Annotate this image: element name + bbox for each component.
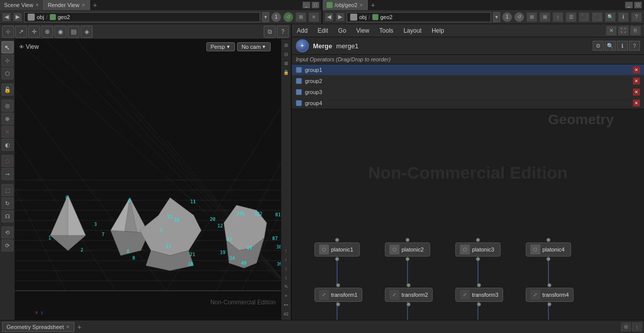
props-info-btn[interactable]: ℹ [617,41,628,51]
bottom-icon1[interactable]: ⊞ [621,322,631,331]
win-max-left[interactable]: □ [311,2,319,9]
lt-e[interactable]: ⊕ [2,113,14,125]
input-row-group3[interactable]: group3 ✕ [292,87,644,98]
input-row-group1[interactable]: group1 ✕ [292,64,644,75]
right-toolbar-btn4[interactable]: ☰ [566,12,577,22]
lt-j[interactable]: ↻ [2,197,14,209]
addr-dropdown-left[interactable]: ▼ [262,12,269,22]
input-delete-group2[interactable]: ✕ [633,77,640,85]
lt-c[interactable]: ⬡ [2,67,14,79]
rt-a[interactable]: ⊞ [282,41,290,49]
node-platonic1[interactable]: ⬡ platonic1 [314,237,360,262]
fwd-btn-left[interactable]: ▶ [13,13,22,22]
right-toolbar-btn5[interactable]: ⬛ [579,12,590,22]
view-toolbar-btn1[interactable]: ⊞ [295,12,306,22]
node-transform3[interactable]: ⤢ transform3 [455,283,503,307]
menu-icon-snap[interactable]: ✕ [606,26,617,36]
bottom-icon2[interactable]: ↕ [632,322,642,331]
tool-snap[interactable]: ↗ [15,26,27,38]
input-row-group2[interactable]: group2 ✕ [292,75,644,87]
lt-g[interactable]: ◐ [2,139,14,151]
lt-lock[interactable]: 🔓 [2,84,14,96]
tab-scene-view[interactable]: Scene View ✕ [0,0,44,10]
props-help-btn[interactable]: ? [629,41,640,51]
input-delete-group4[interactable]: ✕ [633,100,640,107]
cam-dropdown[interactable]: No cam▼ [237,42,271,51]
rt-g[interactable]: ↕ [282,265,290,273]
info-btn-right[interactable]: ℹ [618,12,629,22]
menu-icon-copy[interactable]: ⎘ [630,26,641,36]
input-delete-group1[interactable]: ✕ [633,66,640,73]
lt-m[interactable]: ⟳ [2,239,14,252]
node-platonic2[interactable]: ⬡ platonic2 [385,237,430,262]
back-btn-right[interactable]: ◀ [325,13,334,22]
circle-btn-right[interactable]: 1 [502,12,512,22]
win-max-right[interactable]: □ [634,2,642,9]
lt-h[interactable]: ⬡ [2,155,14,167]
node-platonic3[interactable]: ⬡ platonic3 [455,237,501,262]
node-transform2[interactable]: ⤢ transform2 [385,283,433,307]
menu-item-help[interactable]: Help [427,25,449,36]
tab-close-render[interactable]: ✕ [82,3,86,8]
rt-num[interactable]: 42 [282,310,290,318]
win-min-left[interactable]: _ [302,2,310,9]
rt-j[interactable]: ⌖ [282,292,290,300]
reload-btn-left[interactable]: ↺ [283,12,293,22]
tab-geo2[interactable]: /obj/geo2 ✕ [323,0,368,10]
rt-h[interactable]: ↕ [282,274,290,282]
bottom-tab-close[interactable]: ✕ [66,324,70,329]
circle-btn-left[interactable]: 1 [271,12,281,22]
rt-c[interactable]: ⊠ [282,59,290,67]
rt-e[interactable]: ↑ [282,246,290,255]
menu-item-tools[interactable]: Tools [374,25,398,36]
tool-something2[interactable]: ◉ [54,26,66,38]
tool-select[interactable]: ⊹ [2,26,14,38]
win-min-right[interactable]: _ [625,2,633,9]
tool-vis[interactable]: ◈ [80,26,93,38]
rt-b[interactable]: ⊟ [282,50,290,58]
add-tab-right[interactable]: + [368,1,378,9]
search-btn-right[interactable]: 🔍 [605,12,616,22]
right-toolbar-btn2[interactable]: ⊞ [539,12,550,22]
lt-k[interactable]: ☊ [2,210,14,222]
back-btn-left[interactable]: ◀ [2,13,11,22]
tool-move[interactable]: ✛ [28,26,40,38]
right-toolbar-btn1[interactable]: ⊞ [526,12,537,22]
right-toolbar-btn3[interactable]: ↕ [552,12,564,22]
persp-dropdown[interactable]: Persp▼ [206,42,235,51]
fwd-btn-right[interactable]: ▶ [336,13,345,22]
lt-b[interactable]: ⊹ [2,54,14,66]
node-transform1[interactable]: ⤢ transform1 [314,283,362,307]
reload-btn-right[interactable]: ↺ [514,12,524,22]
node-platonic4[interactable]: ⬡ platonic4 [526,237,571,262]
menu-item-go[interactable]: Go [333,25,351,36]
lt-i[interactable]: ⊸ [2,168,14,180]
tool-render[interactable]: ▤ [67,26,79,38]
rt-f[interactable]: ↕ [282,256,290,264]
node-transform4[interactable]: ⤢ transform4 [526,283,574,307]
view-toolbar-btn2[interactable]: ≡ [308,12,319,22]
lt-f[interactable]: ✕ [2,126,14,138]
bottom-tab-geo-spreadsheet[interactable]: Geometry Spreadsheet ✕ [2,322,74,332]
lt-l[interactable]: ⟲ [2,226,14,238]
lt-display[interactable]: ⬚ [2,184,14,196]
input-delete-group3[interactable]: ✕ [633,89,640,96]
tool-right1[interactable]: ⧉ [264,26,276,38]
rt-d[interactable]: 🔒 [282,68,290,76]
add-tab-left[interactable]: + [90,1,100,9]
tool-something[interactable]: ⊕ [41,26,53,38]
rt-k[interactable]: ⊷ [282,301,290,309]
tab-close-scene[interactable]: ✕ [35,3,39,8]
help-btn-right[interactable]: ? [631,12,642,22]
lt-d[interactable]: ◎ [2,100,14,112]
menu-item-view[interactable]: View [351,25,374,36]
tab-render-view[interactable]: Render View ✕ [44,0,90,10]
input-row-group4[interactable]: group4 ✕ [292,98,644,109]
tool-help[interactable]: ? [277,26,289,38]
right-toolbar-btn6[interactable]: ⬛ [592,12,603,22]
props-gear-btn[interactable]: ⚙ [593,41,604,51]
add-bottom-tab[interactable]: + [75,323,84,331]
menu-icon-net[interactable]: ⛶ [618,26,629,36]
lt-select[interactable]: ↖ [2,41,14,53]
menu-item-add[interactable]: Add [292,25,312,36]
